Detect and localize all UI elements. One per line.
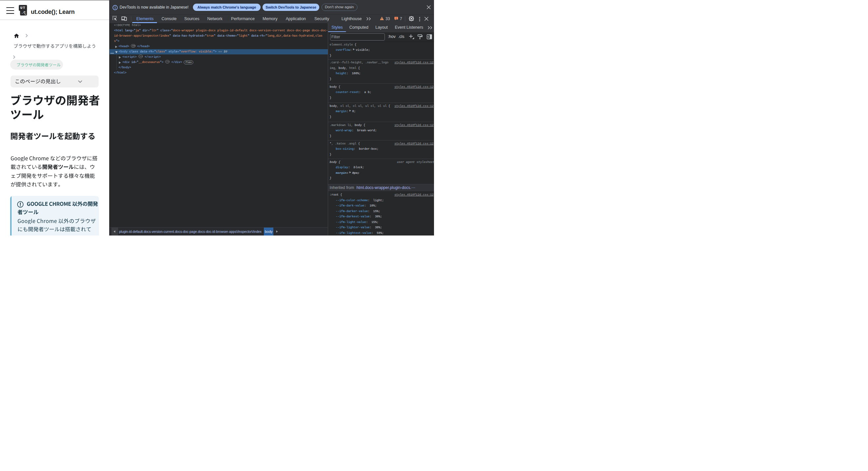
svg-text:UT: UT xyxy=(20,6,25,10)
svg-text:.C: .C xyxy=(21,10,26,14)
